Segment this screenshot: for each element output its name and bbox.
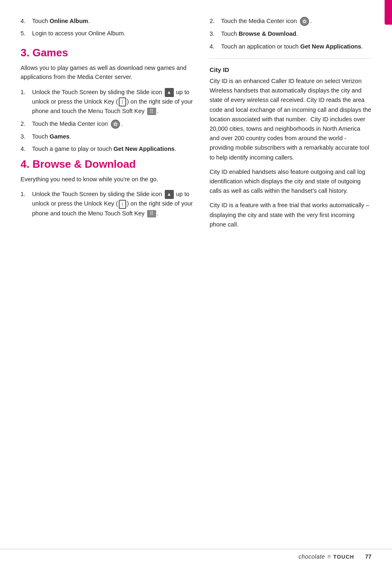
list-item: 4. Touch Online Album. xyxy=(21,16,193,25)
right-column: 2. Touch the Media Center icon . 3. Touc… xyxy=(210,16,371,541)
section-games: 3. Games Allows you to play games as wel… xyxy=(21,46,193,154)
list-item: 1. Unlock the Touch Screen by sliding th… xyxy=(21,190,193,218)
pink-tab xyxy=(385,0,392,25)
section-heading-browse: 4. Browse & Download xyxy=(21,158,193,171)
list-item: 3. Touch Games. xyxy=(21,132,193,141)
bold-text: Games xyxy=(50,133,69,140)
bold-text: Browse & Download xyxy=(239,30,296,37)
city-id-para-2: City ID enabled handsets also feature ou… xyxy=(210,167,371,196)
section-heading-games: 3. Games xyxy=(21,46,193,59)
page-wrapper: 4. Touch Online Album. 5. Login to acces… xyxy=(0,0,392,564)
slide-icon xyxy=(165,88,174,97)
item-text: Touch Online Album. xyxy=(32,16,193,25)
registered-mark: ® xyxy=(327,554,331,559)
unlock-key-icon xyxy=(119,200,126,209)
list-item: 4. Touch an application or touch Get New… xyxy=(210,42,371,51)
brand-name: chocolate xyxy=(298,553,325,560)
item-text: Touch Games. xyxy=(32,132,193,141)
menu-softkey-icon xyxy=(147,210,156,217)
item-text: Login to access your Online Album. xyxy=(32,29,193,38)
top-item-list: 4. Touch Online Album. 5. Login to acces… xyxy=(21,16,193,38)
footer: chocolate ® TOUCH 77 xyxy=(0,549,392,564)
section-browse-download: 4. Browse & Download Everything you need… xyxy=(21,158,193,218)
bold-text: Get New Applications xyxy=(300,43,362,50)
item-number: 2. xyxy=(210,16,221,25)
item-text: Unlock the Touch Screen by sliding the S… xyxy=(32,88,193,116)
left-column: 4. Touch Online Album. 5. Login to acces… xyxy=(21,16,193,541)
list-item: 2. Touch the Media Center icon . xyxy=(210,16,371,26)
item-text: Touch the Media Center icon . xyxy=(221,16,371,26)
item-number: 1. xyxy=(21,88,32,97)
section-intro-games: Allows you to play games as well as down… xyxy=(21,63,193,82)
content-area: 4. Touch Online Album. 5. Login to acces… xyxy=(0,0,392,549)
item-number: 4. xyxy=(21,144,32,153)
item-number: 1. xyxy=(21,190,32,199)
list-item: 1. Unlock the Touch Screen by sliding th… xyxy=(21,88,193,116)
item-number: 4. xyxy=(210,42,221,51)
slide-icon xyxy=(165,190,174,199)
list-item: 2. Touch the Media Center icon . xyxy=(21,119,193,129)
item-number: 4. xyxy=(21,16,32,25)
bold-text: Online Album xyxy=(50,18,88,24)
city-id-para-1: City ID is an enhanced Caller ID feature… xyxy=(210,76,371,162)
item-text: Touch Browse & Download. xyxy=(221,29,371,38)
games-step-list: 1. Unlock the Touch Screen by sliding th… xyxy=(21,88,193,154)
unlock-key-icon xyxy=(119,97,126,106)
top-items: 4. Touch Online Album. 5. Login to acces… xyxy=(21,16,193,38)
browse-step-list-left: 1. Unlock the Touch Screen by sliding th… xyxy=(21,190,193,218)
item-text: Touch an application or touch Get New Ap… xyxy=(221,42,371,51)
item-number: 3. xyxy=(210,29,221,38)
page-number: 77 xyxy=(365,553,371,560)
media-center-icon xyxy=(300,17,309,26)
list-item: 3. Touch Browse & Download. xyxy=(210,29,371,38)
list-item: 4. Touch a game to play or touch Get New… xyxy=(21,144,193,153)
browse-step-list-right: 2. Touch the Media Center icon . 3. Touc… xyxy=(210,16,371,51)
touch-label: TOUCH xyxy=(333,554,354,560)
item-text: Touch the Media Center icon . xyxy=(32,119,193,129)
list-item: 5. Login to access your Online Album. xyxy=(21,29,193,38)
city-id-heading: City ID xyxy=(210,66,371,73)
item-number: 2. xyxy=(21,119,32,128)
section-city-id: City ID City ID is an enhanced Caller ID… xyxy=(210,66,371,229)
item-number: 3. xyxy=(21,132,32,141)
menu-softkey-icon xyxy=(147,108,156,115)
bold-text: Get New Applications xyxy=(113,146,175,152)
item-text: Touch a game to play or touch Get New Ap… xyxy=(32,144,193,153)
item-number: 5. xyxy=(21,29,32,38)
divider xyxy=(210,58,371,59)
item-text: Unlock the Touch Screen by sliding the S… xyxy=(32,190,193,218)
section-intro-browse: Everything you need to know while you're… xyxy=(21,175,193,184)
footer-brand: chocolate ® TOUCH 77 xyxy=(298,553,371,560)
city-id-para-3: City ID is a feature with a free trial t… xyxy=(210,201,371,229)
media-center-icon xyxy=(111,120,120,129)
